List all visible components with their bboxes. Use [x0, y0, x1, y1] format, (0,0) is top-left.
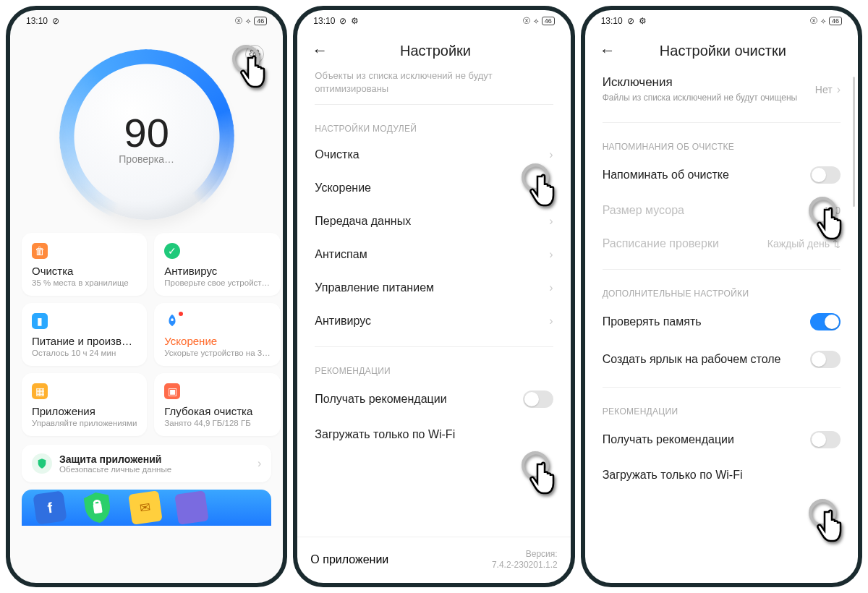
promo-banner[interactable]: f ✉: [22, 490, 271, 526]
status-time: 13:10: [26, 16, 48, 26]
toggle-recommendations[interactable]: [810, 431, 841, 448]
version-value: 7.4.2-230201.1.2: [492, 560, 558, 571]
chevron-right-icon: ›: [549, 281, 553, 294]
row-get-recommendations[interactable]: Получать рекомендации: [302, 380, 566, 418]
close-x-icon: ⓧ: [235, 16, 242, 26]
score-status: Проверка…: [119, 153, 174, 165]
row-wifi-only[interactable]: Загружать только по Wi-Fi: [590, 458, 854, 492]
apps-icon: ▦: [32, 383, 48, 399]
gear-status-icon: ⚙: [351, 16, 359, 26]
status-time: 13:10: [313, 16, 335, 26]
mail-icon: ✉: [128, 490, 162, 524]
row-create-shortcut[interactable]: Создать ярлык на рабочем столе: [590, 341, 854, 378]
truncated-desc-line1: Объекты из списка исключений не будут: [302, 69, 566, 82]
row-clean[interactable]: Очистка ›: [302, 138, 566, 171]
rocket-icon: [164, 313, 180, 329]
wifi-icon: ✧: [820, 17, 826, 25]
row-about[interactable]: О приложении Версия: 7.4.2-230201.1.2: [297, 537, 570, 583]
section-reminders: НАПОМИНАНИЯ ОБ ОЧИСТКЕ: [590, 132, 854, 156]
green-shield-icon: [79, 490, 116, 526]
chevron-right-icon: ›: [549, 248, 553, 261]
page-title: Настройки: [310, 43, 560, 59]
battery-level: 46: [829, 17, 842, 25]
toggle-recommendations[interactable]: [523, 391, 553, 408]
check-icon: ✓: [164, 243, 180, 259]
tile-boost[interactable]: Ускорение Ускорьте устройство на 3…: [154, 303, 280, 366]
schedule-value: Каждый день: [767, 238, 830, 249]
score-value: 90: [124, 109, 169, 156]
row-wifi-only[interactable]: Загружать только по Wi-Fi: [302, 418, 566, 451]
svg-point-0: [253, 53, 256, 56]
toggle-shortcut[interactable]: [810, 351, 841, 368]
toggle-check-memory[interactable]: [810, 313, 841, 330]
row-antivirus[interactable]: Антивирус ›: [302, 304, 566, 338]
tile-battery[interactable]: ▮ Питание и произв… Осталось 10 ч 24 мин: [22, 303, 147, 366]
tile-antivirus[interactable]: ✓ Антивирус Проверьте свое устройст…: [154, 233, 280, 296]
row-boost[interactable]: Ускорение: [302, 171, 566, 205]
wifi-icon: ✧: [533, 17, 539, 25]
exclusions-value: Нет: [815, 84, 833, 95]
battery-level: 46: [254, 17, 267, 25]
score-orb[interactable]: 90 Проверка…: [64, 54, 230, 220]
page-title: Настройки очистки: [598, 43, 848, 59]
scrollbar[interactable]: [853, 77, 855, 207]
row-schedule[interactable]: Расписание проверки Каждый день ⇅: [590, 227, 854, 260]
toolbox-icon: ▣: [164, 383, 180, 399]
tile-deep-clean[interactable]: ▣ Глубокая очистка Занято 44,9 ГБ/128 ГБ: [154, 373, 280, 436]
toggle-remind[interactable]: [810, 166, 841, 184]
dnd-icon: ⊘: [339, 16, 346, 26]
close-x-icon: ⓧ: [810, 16, 817, 26]
row-trash-size[interactable]: Размер мусора 100: [590, 194, 854, 227]
phone-1-security-home: 13:10 ⊘ ⓧ ✧ 46 90 Проверка… 🗑 Очистка 35…: [6, 6, 287, 587]
tile-apps[interactable]: ▦ Приложения Управляйте приложениями: [22, 373, 147, 436]
chevron-right-icon: ›: [549, 315, 553, 328]
row-antispam[interactable]: Антиспам ›: [302, 238, 566, 271]
wifi-icon: ✧: [245, 17, 251, 25]
svg-point-1: [171, 318, 174, 321]
shield-icon: [32, 453, 52, 474]
tile-cleanup[interactable]: 🗑 Очистка 35 % места в хранилище: [22, 233, 147, 296]
facebook-icon: f: [33, 490, 67, 524]
close-x-icon: ⓧ: [523, 16, 530, 26]
version-label: Версия:: [492, 549, 558, 560]
row-check-memory[interactable]: Проверять память: [590, 303, 854, 341]
status-time: 13:10: [601, 16, 623, 26]
trash-icon: 🗑: [32, 243, 48, 259]
row-remind-clean[interactable]: Напоминать об очистке: [590, 156, 854, 194]
image-icon: [174, 490, 208, 524]
about-label: О приложении: [310, 553, 388, 566]
section-recommendations: РЕКОМЕНДАЦИИ: [302, 356, 566, 380]
phone-3-clean-settings: 13:10 ⊘ ⚙ ⓧ ✧ 46 ← Настройки очистки Иск…: [581, 6, 862, 587]
dnd-icon: ⊘: [627, 16, 634, 26]
statusbar: 13:10 ⊘ ⚙ ⓧ ✧ 46: [297, 10, 570, 32]
statusbar: 13:10 ⊘ ⚙ ⓧ ✧ 46: [585, 10, 858, 32]
gear-status-icon: ⚙: [639, 16, 647, 26]
row-data[interactable]: Передача данных ›: [302, 205, 566, 238]
statusbar: 13:10 ⊘ ⓧ ✧ 46: [10, 10, 283, 32]
section-modules: НАСТРОЙКИ МОДУЛЕЙ: [302, 114, 566, 138]
battery-level: 46: [542, 17, 555, 25]
chevron-right-icon: ›: [258, 457, 261, 470]
app-protection-row[interactable]: Защита приложений Обезопасьте личные дан…: [22, 445, 271, 482]
chevron-right-icon: ›: [837, 83, 841, 96]
row-get-recommendations[interactable]: Получать рекомендации: [590, 421, 854, 458]
row-exclusions[interactable]: Исключения Файлы из списка исключений не…: [590, 69, 854, 114]
row-power[interactable]: Управление питанием ›: [302, 271, 566, 304]
section-recommendations: РЕКОМЕНДАЦИИ: [590, 396, 854, 421]
chevron-right-icon: ›: [549, 215, 553, 228]
settings-gear-button[interactable]: [245, 45, 264, 64]
section-additional: ДОПОЛНИТЕЛЬНЫЕ НАСТРОЙКИ: [590, 278, 854, 303]
battery-icon: ▮: [32, 313, 48, 329]
phone-2-settings: 13:10 ⊘ ⚙ ⓧ ✧ 46 ← Настройки Объекты из …: [293, 6, 574, 587]
chevron-right-icon: ›: [549, 148, 553, 161]
updown-icon: ⇅: [833, 239, 841, 249]
truncated-desc-line2: оптимизированы: [302, 82, 566, 95]
trash-size-value: 100: [824, 205, 841, 216]
dnd-icon: ⊘: [52, 16, 59, 26]
